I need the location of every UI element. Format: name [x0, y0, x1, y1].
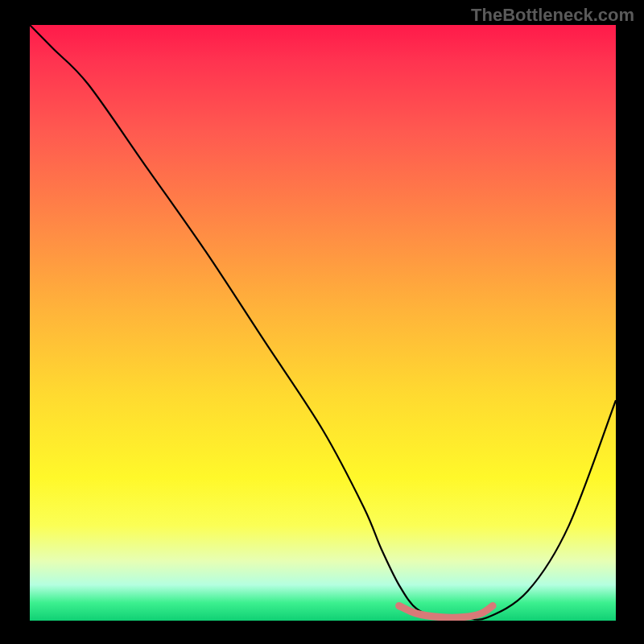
watermark-text: TheBottleneck.com	[471, 5, 634, 26]
plot-area	[30, 25, 616, 621]
curve-overlay	[30, 25, 616, 621]
highlight-band-path	[399, 606, 493, 618]
main-curve-path	[30, 25, 616, 620]
